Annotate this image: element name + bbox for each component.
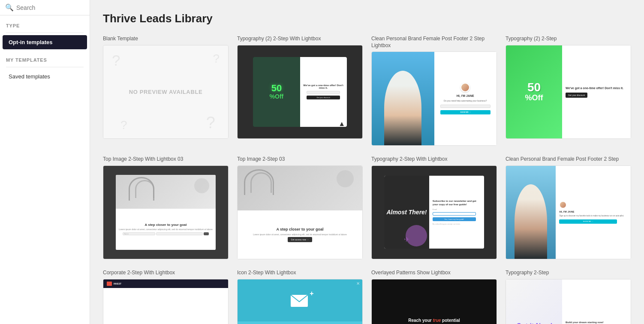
clean-brand-photo-panel (372, 52, 434, 145)
clean-brand2-photo (506, 166, 556, 259)
clean-sub-text: Do you need help automating your busines… (444, 99, 487, 102)
template-preview-almost[interactable]: Almost There! ✈ Subscribe to our newslet… (371, 165, 497, 260)
template-label-corporate: Corporate 2-Step With Lightbox (103, 270, 229, 276)
template-card-clean-brand[interactable]: Clean Personal Brand Female Post Footer … (371, 36, 497, 146)
getit-left-panel: Get it Now! (506, 279, 562, 324)
template-preview-topimg-nolightbox[interactable]: A step closer to your goal Lorem ipsum d… (237, 165, 363, 260)
topimg-input-row: Name (123, 232, 209, 235)
topimg-submit-btn (204, 232, 209, 235)
typo-left-panel: 50 %Off (253, 57, 300, 127)
template-preview-clean-brand2[interactable]: HI, I'M JANE Sign up to discover my favo… (506, 165, 631, 260)
getit-right-title: Build your dream starting now! (566, 321, 627, 324)
clean-brand2-sub: Sign up to discover my favorite tools to… (559, 215, 624, 217)
template-card-topimg-lightbox[interactable]: Top Image 2-Step With Lightbox 03 A step… (103, 156, 229, 259)
template-preview-getit[interactable]: Get it Now! Build your dream starting no… (506, 279, 631, 324)
page-title: Thrive Leads Library (103, 12, 631, 25)
almost-arrow-icon: ✈ (404, 235, 409, 243)
circle-bg (337, 170, 354, 187)
template-card-icon2step[interactable]: Icon 2-Step With Lightbox + Join ou (237, 270, 363, 324)
template-label-blank: Blank Template (103, 36, 229, 42)
getit-right-panel: Build your dream starting now! Yes, I wa… (562, 279, 631, 324)
template-label-clean-brand2: Clean Personal Brand Female Post Footer … (506, 156, 631, 163)
topimg-email-input (156, 232, 203, 235)
clean-email-input (440, 105, 491, 108)
typo-off-label: %Off (270, 93, 284, 100)
typo-email-input (307, 91, 340, 94)
typo-discount-btn: Get your discount (307, 96, 340, 99)
almost-footer-text: By subscribing you accept our terms (433, 223, 460, 225)
corporate-content: Get the Latest Investment News Subscribe (103, 288, 228, 324)
template-preview-clean-brand[interactable]: HI, I'M JANE Do you need help automating… (371, 51, 497, 146)
template-label-almost: Typography 2-Step With Lightbox (371, 156, 497, 163)
template-card-blank[interactable]: Blank Template ? ? ? ? NO PREVIEW AVAILA… (103, 36, 229, 146)
clean-brand2-show-label: SHOW ME → (583, 220, 593, 222)
template-card-overlayed[interactable]: Overlayed Patterns Show Lightbox Reach y… (371, 270, 497, 324)
topimg2-header (238, 166, 362, 211)
clean-brand2-form: HI, I'M JANE Sign up to discover my favo… (556, 166, 631, 259)
template-card-almost[interactable]: Typography 2-Step With Lightbox Almost T… (371, 156, 497, 259)
template-label-typo2step-small: Typography (2) 2-Step (506, 36, 631, 42)
qm-icon-2: ? (213, 52, 220, 66)
topimg-header (116, 175, 216, 208)
topimg2-access-btn: Get access now → (288, 237, 313, 242)
almost-text: Almost There! (386, 209, 427, 216)
search-input[interactable] (16, 4, 90, 11)
almost-left-panel: Almost There! ✈ (384, 176, 429, 249)
almost-inner: Almost There! ✈ Subscribe to our newslet… (384, 176, 484, 249)
envelope-icon (291, 293, 310, 308)
almost-free-btn: Yes, I want my free guide! (433, 217, 476, 221)
arch-bg-2 (250, 172, 272, 193)
clean-brand2-avatar (559, 201, 567, 209)
qm-icon-1: ? (112, 52, 120, 69)
template-label-overlayed: Overlayed Patterns Show Lightbox (371, 270, 497, 276)
template-label-getit: Typography 2-Step (506, 270, 631, 276)
topimg-content: A step closer to your goal Lorem ipsum d… (116, 209, 216, 250)
icon2step-content: Join our mailing list (238, 321, 362, 324)
topimg-subtitle: Lorem ipsum dolor sit amet, consectetur … (119, 228, 213, 231)
clean-avatar (460, 83, 470, 92)
typo-right-panel: We've got a one-time offer! Don't miss i… (300, 57, 347, 127)
topimg2-title: A step closer to your goal (276, 227, 323, 232)
arch-shape-2 (135, 180, 154, 198)
clean-show-label: SHOW ME (460, 111, 469, 113)
template-preview-blank[interactable]: ? ? ? ? NO PREVIEW AVAILABLE (103, 45, 229, 139)
clean-brand2-hi: HI, I'M JANE (559, 210, 574, 213)
circle-shape (194, 178, 209, 193)
qm-icon-3: ? (120, 118, 127, 132)
template-card-topimg-nolightbox[interactable]: Top Image 2-Step 03 A step closer to you… (237, 156, 363, 259)
template-label-icon2step: Icon 2-Step With Lightbox (237, 270, 363, 276)
template-card-typo2step-small[interactable]: Typography (2) 2-Step 50 %Off We've got … (506, 36, 631, 146)
typo2step-btn: Get your discount (566, 93, 587, 98)
template-card-getit[interactable]: Typography 2-Step Get it Now! Build your… (506, 270, 631, 324)
template-preview-corporate[interactable]: INVEST Get the Latest Investment News Su… (103, 279, 229, 324)
type-section-label: TYPE (0, 15, 90, 31)
icon2step-icon-area: + (238, 279, 362, 321)
person-silhouette (384, 71, 421, 145)
clean-hi-text: HI, I'M JANE (457, 94, 474, 97)
typo2step-title: We've got a one-time offer! Don't miss i… (566, 86, 623, 90)
topimg2-btn-label: Get access now → (291, 238, 309, 241)
template-preview-overlayed[interactable]: Reach your true potential GET YOUR FREE … (371, 279, 497, 324)
template-preview-typo2step-small[interactable]: 50 %Off We've got a one-time offer! Don'… (506, 45, 631, 139)
main-content: Thrive Leads Library Blank Template ? ? … (90, 0, 644, 324)
clean-brand2-show-btn: SHOW ME → (559, 219, 617, 224)
template-card-typo2step-lightbox[interactable]: Typography (2) 2-Step With Lightbox 50 %… (237, 36, 363, 146)
template-card-clean-brand2[interactable]: Clean Personal Brand Female Post Footer … (506, 156, 631, 259)
template-preview-topimg-lightbox[interactable]: A step closer to your goal Lorem ipsum d… (103, 165, 229, 260)
topimg2-subtitle: Lorem ipsum dolor sit amet, consectetur … (253, 233, 347, 236)
template-preview-icon2step[interactable]: + Join our mailing list ✕ (237, 279, 363, 324)
corporate-header: INVEST (103, 279, 228, 288)
sidebar: 🔍 ✕ TYPE Opt-in templates MY TEMPLATES S… (0, 0, 90, 324)
sidebar-item-optin-templates[interactable]: Opt-in templates (3, 35, 87, 49)
typo-discount-btn-label: Get your discount (316, 96, 330, 99)
topimg2-content: A step closer to your goal Lorem ipsum d… (238, 210, 362, 259)
almost-email-input (433, 212, 476, 216)
sidebar-item-saved-templates[interactable]: Saved templates (3, 69, 87, 84)
template-preview-typo2step-lightbox[interactable]: 50 %Off We've got a one-time offer! Don'… (237, 45, 363, 139)
search-icon: 🔍 (5, 3, 14, 12)
template-card-corporate[interactable]: Corporate 2-Step With Lightbox INVEST Ge… (103, 270, 229, 324)
typo2step-50-label: 50 (527, 81, 541, 93)
no-preview-text: NO PREVIEW AVAILABLE (129, 89, 203, 95)
almost-right-title: Subscribe to our newsletter and get your… (433, 200, 481, 207)
search-bar[interactable]: 🔍 ✕ (0, 0, 90, 15)
